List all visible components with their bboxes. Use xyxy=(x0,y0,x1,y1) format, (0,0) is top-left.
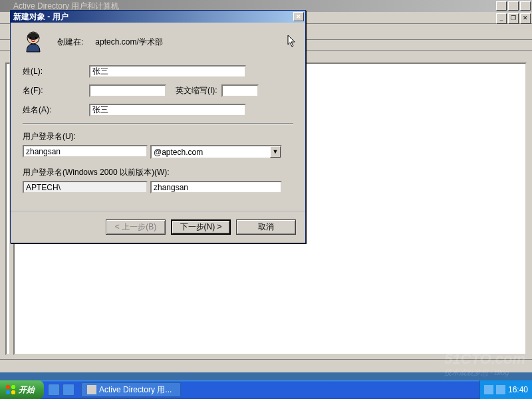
svg-point-2 xyxy=(35,37,37,39)
window-controls: _ ❐ ✕ xyxy=(495,1,531,11)
start-label: 开始 xyxy=(19,384,35,396)
pre2000-label: 用户登录名(Windows 2000 以前版本)(W): xyxy=(23,167,293,178)
svg-point-1 xyxy=(30,37,32,39)
system-tray[interactable]: 16:40 xyxy=(479,380,532,399)
mdi-minimize-button[interactable]: _ xyxy=(496,13,507,24)
clock: 16:40 xyxy=(508,385,528,394)
app-icon xyxy=(1,1,11,11)
secondary-window-controls: _ ❐ ✕ xyxy=(495,13,531,24)
new-user-dialog: 新建对象 - 用户 ✕ 创建在: aptech.com/学术部 姓(L): 名(… xyxy=(10,10,306,243)
tray-icon-1[interactable] xyxy=(484,385,493,394)
pre2000-input[interactable] xyxy=(150,181,282,194)
logon-name-input[interactable] xyxy=(23,145,148,158)
windows-logo-icon xyxy=(5,384,16,395)
dialog-title: 新建对象 - 用户 xyxy=(12,11,292,23)
given-name-label: 名(F): xyxy=(23,85,89,96)
dialog-close-button[interactable]: ✕ xyxy=(293,12,304,21)
back-button[interactable]: < 上一步(B) xyxy=(106,219,166,235)
next-button[interactable]: 下一步(N) > xyxy=(171,219,231,235)
created-in-path: aptech.com/学术部 xyxy=(95,37,162,48)
initials-input[interactable] xyxy=(221,84,259,97)
taskbar-item-label: Active Directory 用... xyxy=(99,384,172,396)
desktop-icon[interactable] xyxy=(63,384,74,396)
dialog-button-row: < 上一步(B) 下一步(N) > 取消 xyxy=(11,211,305,243)
fullname-label: 姓名(A): xyxy=(23,104,89,116)
quick-launch xyxy=(44,384,78,396)
domain-combo[interactable]: @aptech.com ▼ xyxy=(150,145,282,159)
tray-icon-2[interactable] xyxy=(496,385,505,394)
logon-name-label: 用户登录名(U): xyxy=(23,131,293,142)
surname-input[interactable] xyxy=(89,65,246,78)
start-button[interactable]: 开始 xyxy=(0,380,44,399)
ie-icon[interactable] xyxy=(48,384,60,396)
taskbar: 开始 Active Directory 用... 16:40 xyxy=(0,380,532,399)
divider xyxy=(23,123,293,124)
maximize-button[interactable]: ❐ xyxy=(508,1,519,11)
mdi-close-button[interactable]: ✕ xyxy=(520,13,531,24)
mdi-restore-button[interactable]: ❐ xyxy=(508,13,519,24)
aduc-icon xyxy=(87,385,96,394)
pre2000-prefix: APTECH\ xyxy=(23,181,148,194)
close-button[interactable]: ✕ xyxy=(520,1,531,11)
chevron-down-icon[interactable]: ▼ xyxy=(270,146,281,158)
initials-label: 英文缩写(I): xyxy=(176,85,217,96)
minimize-button[interactable]: _ xyxy=(496,1,507,11)
taskbar-item-aduc[interactable]: Active Directory 用... xyxy=(81,382,181,397)
dialog-body: 创建在: aptech.com/学术部 姓(L): 名(F): 英文缩写(I):… xyxy=(11,23,305,211)
fullname-input[interactable] xyxy=(89,104,246,116)
created-in-label: 创建在: xyxy=(57,37,83,48)
status-bar xyxy=(0,359,532,372)
cancel-button[interactable]: 取消 xyxy=(236,219,296,235)
given-name-input[interactable] xyxy=(89,84,166,97)
user-head-icon xyxy=(23,31,44,53)
dialog-titlebar[interactable]: 新建对象 - 用户 ✕ xyxy=(11,11,305,23)
surname-label: 姓(L): xyxy=(23,66,89,77)
domain-combo-value: @aptech.com xyxy=(152,148,270,157)
